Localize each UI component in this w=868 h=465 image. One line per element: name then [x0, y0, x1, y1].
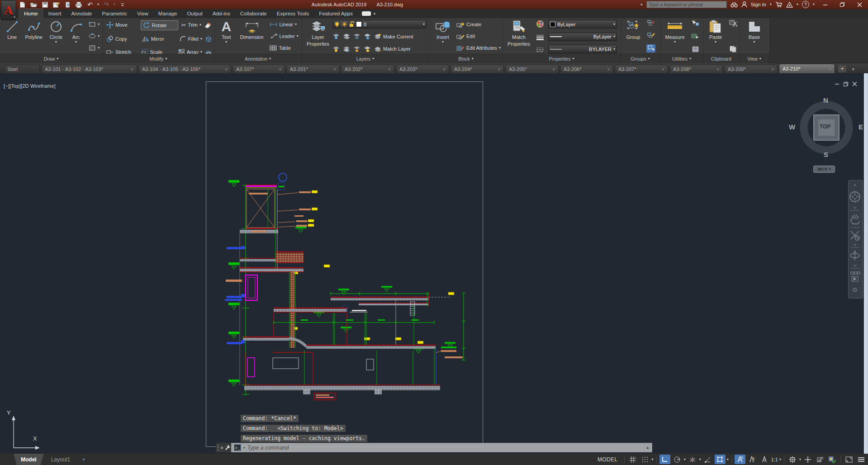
isometric-drafting-toggle[interactable] — [687, 455, 698, 464]
file-tab-a3-107[interactable]: A3-107*× — [232, 65, 285, 73]
polar-tracking-toggle[interactable] — [672, 455, 683, 464]
copy-clip-icon[interactable] — [730, 46, 737, 52]
panel-label-groups[interactable]: Groups▾ — [621, 54, 660, 63]
close-tab-icon[interactable]: × — [829, 66, 831, 71]
new-layout-tab[interactable]: + — [77, 454, 90, 465]
arc-button[interactable]: Arc ▾ — [66, 18, 85, 54]
close-tab-icon[interactable]: × — [771, 67, 774, 72]
ungroup-icon[interactable] — [647, 20, 655, 26]
clean-screen-expand-toggle[interactable] — [844, 455, 854, 464]
tab-add-ins[interactable]: Add-ins — [208, 9, 235, 18]
fillet-button[interactable]: Fillet▾ — [180, 34, 202, 43]
help-dropdown-icon[interactable]: ▾ — [813, 3, 815, 6]
circle-button[interactable]: Circle ▾ — [46, 18, 66, 54]
measure-button[interactable]: Measure ▾ — [663, 18, 687, 54]
linetype-combo[interactable]: BYLAYER ▾ — [548, 45, 617, 53]
mirror-button[interactable]: Mirror — [140, 34, 177, 43]
file-tab-a3-101[interactable]: A3-101 - A3-102 - A3-103*× — [41, 65, 137, 73]
close-tab-icon[interactable]: × — [716, 67, 719, 72]
app-store-cart-icon[interactable] — [775, 1, 783, 8]
file-tab-a3-207[interactable]: A3-207*× — [615, 65, 668, 73]
make-current-button[interactable]: Make Current — [374, 32, 413, 41]
panel-label-block[interactable]: Block▾ — [429, 54, 503, 63]
paste-dropdown-icon[interactable]: ▾ — [715, 40, 716, 44]
erase-button[interactable] — [204, 20, 212, 29]
viewport-restore-icon[interactable] — [843, 81, 849, 87]
isolate-objects-toggle[interactable] — [827, 455, 838, 464]
viewcube-west[interactable]: W — [789, 123, 795, 131]
redo-icon[interactable]: ↷ — [102, 1, 110, 8]
dimension-button[interactable]: Dimension — [237, 18, 266, 54]
object-color-wheel-icon[interactable] — [536, 20, 544, 28]
annotation-monitor-toggle[interactable] — [802, 455, 813, 464]
minimize-window-button[interactable] — [818, 0, 832, 9]
layer-unlock-all-icon[interactable] — [364, 46, 371, 52]
file-tab-a3-203[interactable]: A3-203*× — [396, 65, 449, 73]
close-tab-icon[interactable]: × — [225, 67, 228, 72]
file-tab-a3-201[interactable]: A3-201*× — [286, 65, 340, 73]
undo-icon[interactable]: ↶ — [86, 1, 94, 8]
redo-dropdown-icon[interactable]: ▾ — [114, 3, 115, 6]
osnap-dropdown-icon[interactable]: ▾ — [727, 458, 729, 461]
create-block-button[interactable]: Create — [456, 20, 481, 29]
move-button[interactable]: Move — [106, 20, 138, 29]
save-as-icon[interactable] — [52, 1, 60, 8]
sign-in-link[interactable]: Sign In — [751, 2, 766, 7]
restore-window-button[interactable] — [835, 0, 849, 9]
object-color-combo[interactable]: ByLayer ▾ — [548, 20, 617, 28]
viewcube[interactable]: N W E S TOP — [797, 98, 856, 157]
user-avatar-icon[interactable] — [741, 1, 747, 8]
grid-display-toggle[interactable] — [627, 455, 638, 464]
tab-collaborate[interactable]: Collaborate — [236, 9, 271, 18]
lineweight-combo[interactable]: ByLayer ▾ — [548, 33, 617, 41]
panel-label-draw[interactable]: Draw▾ — [0, 54, 102, 63]
command-customize-wrench-icon[interactable] — [225, 445, 230, 451]
tab-output[interactable]: Output — [182, 9, 207, 18]
new-file-icon[interactable] — [18, 1, 26, 8]
drawing-canvas[interactable]: [−][Top][2D Wireframe] N W E S TOP WCS▾ — [0, 73, 868, 454]
search-binoculars-icon[interactable] — [730, 2, 738, 8]
tab-insert[interactable]: Insert — [44, 9, 66, 18]
tab-home[interactable]: Home — [19, 9, 43, 18]
tab-parametric[interactable]: Parametric — [98, 9, 132, 18]
close-tab-icon[interactable]: × — [443, 67, 446, 72]
base-dropdown-icon[interactable]: ▾ — [753, 40, 755, 44]
panel-label-view[interactable]: View▾ — [740, 54, 769, 63]
viewcube-south[interactable]: S — [824, 151, 828, 158]
rotate-button[interactable]: Rotate — [141, 20, 179, 30]
tab-view[interactable]: View — [133, 9, 153, 18]
edit-block-button[interactable]: Edit — [456, 32, 475, 41]
file-tab-a3-209[interactable]: A3-209*× — [724, 65, 778, 73]
viewport-controls-label[interactable]: [−][Top][2D Wireframe] — [4, 83, 56, 89]
paste-button[interactable]: Paste ▾ — [706, 18, 725, 54]
polar-dropdown-icon[interactable]: ▾ — [684, 458, 686, 461]
workspace-switching-gear[interactable] — [787, 455, 798, 464]
workspace-dropdown-icon[interactable]: ▾ — [799, 458, 801, 461]
rectangle-tool-button[interactable]: ▾ — [89, 20, 100, 29]
ribbon-display-dropdown-icon[interactable]: ▾ — [374, 12, 375, 16]
layer-off-icon[interactable] — [332, 33, 340, 39]
file-tab-a3-206[interactable]: A3-206*× — [560, 65, 613, 73]
command-close-icon[interactable]: × — [220, 445, 223, 451]
close-tab-icon[interactable]: × — [552, 67, 555, 72]
copy-button[interactable]: Copy — [106, 34, 137, 43]
viewport-minimize-icon[interactable] — [835, 81, 840, 86]
scale-dropdown-icon[interactable]: ▾ — [779, 458, 781, 461]
group-edit-icon[interactable] — [647, 32, 655, 38]
arc-dropdown-icon[interactable]: ▾ — [75, 40, 77, 44]
help-icon[interactable]: ? — [802, 1, 809, 8]
panel-label-clipboard[interactable]: Clipboard — [703, 54, 739, 63]
base-view-button[interactable]: Base ▾ — [744, 18, 765, 54]
text-button[interactable]: A Text ▾ — [218, 18, 235, 54]
layer-selector-combo[interactable]: 0 ▾ — [332, 20, 427, 28]
close-tab-icon[interactable]: × — [279, 67, 281, 72]
group-selection-toggle[interactable] — [646, 44, 655, 52]
undo-dropdown-icon[interactable]: ▾ — [97, 3, 99, 6]
wcs-menu-button[interactable]: WCS▾ — [813, 166, 835, 173]
layer-isolate-icon[interactable] — [343, 33, 350, 39]
close-window-button[interactable] — [853, 0, 866, 9]
match-layer-button[interactable]: Match Layer — [374, 44, 411, 53]
command-input[interactable]: >_ ▾ Type a command ▲ — [231, 443, 652, 452]
customize-qat-icon[interactable] — [119, 1, 127, 8]
line-button[interactable]: Line — [3, 18, 21, 54]
